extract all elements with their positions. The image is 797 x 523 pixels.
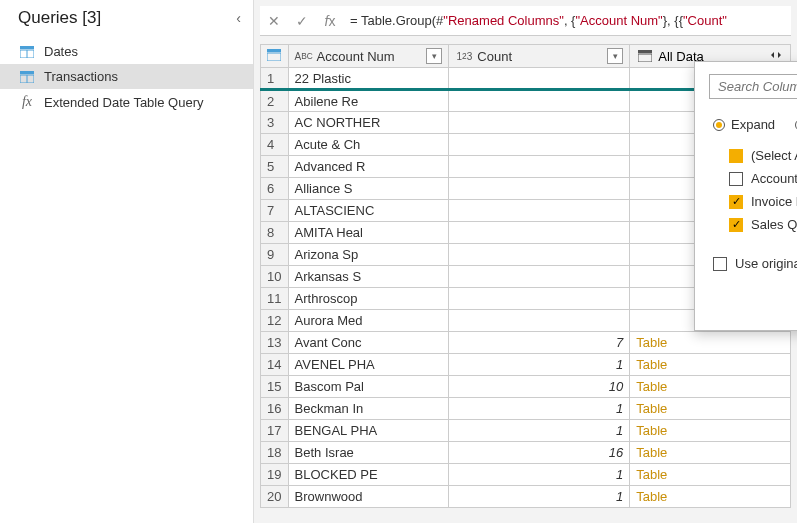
query-item-transactions[interactable]: Transactions bbox=[0, 64, 253, 89]
cell-count[interactable] bbox=[449, 310, 630, 332]
cell-account[interactable]: Arkansas S bbox=[288, 266, 449, 288]
formula-text[interactable]: = Table.Group(#"Renamed Columns", {"Acco… bbox=[344, 13, 727, 28]
cell-account[interactable]: AC NORTHER bbox=[288, 112, 449, 134]
table-row[interactable]: 13Avant Conc7Table bbox=[261, 332, 791, 354]
row-number[interactable]: 5 bbox=[261, 156, 289, 178]
row-number[interactable]: 20 bbox=[261, 486, 289, 508]
cell-count[interactable]: 7 bbox=[449, 332, 630, 354]
row-number[interactable]: 1 bbox=[261, 68, 289, 90]
cell-count[interactable] bbox=[449, 178, 630, 200]
filter-dropdown-icon[interactable]: ▾ bbox=[426, 48, 442, 64]
check-use-prefix[interactable]: Use original column name as prefix bbox=[709, 256, 797, 271]
cell-account[interactable]: Alliance S bbox=[288, 178, 449, 200]
cell-count[interactable] bbox=[449, 90, 630, 112]
row-number[interactable]: 14 bbox=[261, 354, 289, 376]
row-number[interactable]: 6 bbox=[261, 178, 289, 200]
row-number[interactable]: 12 bbox=[261, 310, 289, 332]
filter-dropdown-icon[interactable]: ▾ bbox=[607, 48, 623, 64]
cell-account[interactable]: 22 Plastic bbox=[288, 68, 449, 90]
cell-account[interactable]: ALTASCIENC bbox=[288, 200, 449, 222]
cell-count[interactable] bbox=[449, 288, 630, 310]
column-header-count[interactable]: 123Count▾ bbox=[449, 45, 630, 68]
cell-count[interactable]: 1 bbox=[449, 420, 630, 442]
row-number[interactable]: 2 bbox=[261, 90, 289, 112]
row-number[interactable]: 13 bbox=[261, 332, 289, 354]
cell-account[interactable]: Arizona Sp bbox=[288, 244, 449, 266]
cell-count[interactable] bbox=[449, 222, 630, 244]
row-corner[interactable] bbox=[261, 45, 289, 68]
expand-popup: A↓ Expand Aggregate (Select All Columns) bbox=[694, 61, 797, 331]
checkbox-unchecked-icon bbox=[729, 172, 743, 186]
cell-count[interactable] bbox=[449, 112, 630, 134]
cell-account[interactable]: Advanced R bbox=[288, 156, 449, 178]
fx-icon[interactable]: fx bbox=[316, 13, 344, 29]
row-number[interactable]: 4 bbox=[261, 134, 289, 156]
row-number[interactable]: 17 bbox=[261, 420, 289, 442]
cell-count[interactable] bbox=[449, 156, 630, 178]
table-row[interactable]: 15Bascom Pal10Table bbox=[261, 376, 791, 398]
cell-alldata[interactable]: Table bbox=[630, 486, 791, 508]
cell-count[interactable]: 1 bbox=[449, 486, 630, 508]
cell-account[interactable]: AVENEL PHA bbox=[288, 354, 449, 376]
row-number[interactable]: 8 bbox=[261, 222, 289, 244]
check-select-all[interactable]: (Select All Columns) bbox=[729, 144, 797, 167]
row-number[interactable]: 19 bbox=[261, 464, 289, 486]
column-header-account[interactable]: ABCAccount Num▾ bbox=[288, 45, 449, 68]
row-number[interactable]: 7 bbox=[261, 200, 289, 222]
cell-count[interactable] bbox=[449, 200, 630, 222]
cell-account[interactable]: BLOCKED PE bbox=[288, 464, 449, 486]
cell-alldata[interactable]: Table bbox=[630, 332, 791, 354]
search-input[interactable] bbox=[709, 74, 797, 99]
table-row[interactable]: 17BENGAL PHA1Table bbox=[261, 420, 791, 442]
row-number[interactable]: 3 bbox=[261, 112, 289, 134]
row-number[interactable]: 10 bbox=[261, 266, 289, 288]
cell-count[interactable]: 1 bbox=[449, 464, 630, 486]
accept-formula-icon[interactable]: ✓ bbox=[288, 13, 316, 29]
queries-sidebar: Queries [3] ‹ Dates Transactions fx Exte… bbox=[0, 0, 254, 523]
cell-account[interactable]: Brownwood bbox=[288, 486, 449, 508]
query-item-dates[interactable]: Dates bbox=[0, 39, 253, 64]
cell-account[interactable]: BENGAL PHA bbox=[288, 420, 449, 442]
cell-count[interactable] bbox=[449, 134, 630, 156]
cell-account[interactable]: AMITA Heal bbox=[288, 222, 449, 244]
cell-alldata[interactable]: Table bbox=[630, 354, 791, 376]
cell-count[interactable] bbox=[449, 244, 630, 266]
cell-account[interactable]: Avant Conc bbox=[288, 332, 449, 354]
row-number[interactable]: 11 bbox=[261, 288, 289, 310]
cell-count[interactable]: 1 bbox=[449, 398, 630, 420]
collapse-chevron-icon[interactable]: ‹ bbox=[236, 10, 241, 26]
cell-count[interactable]: 16 bbox=[449, 442, 630, 464]
cell-count[interactable]: 10 bbox=[449, 376, 630, 398]
cell-count[interactable] bbox=[449, 68, 630, 90]
cell-account[interactable]: Aurora Med bbox=[288, 310, 449, 332]
cancel-formula-icon[interactable]: ✕ bbox=[260, 13, 288, 29]
cell-account[interactable]: Beckman In bbox=[288, 398, 449, 420]
table-row[interactable]: 14AVENEL PHA1Table bbox=[261, 354, 791, 376]
check-account-num[interactable]: Account Num bbox=[729, 167, 797, 190]
cell-alldata[interactable]: Table bbox=[630, 442, 791, 464]
row-number[interactable]: 9 bbox=[261, 244, 289, 266]
radio-expand[interactable]: Expand bbox=[713, 117, 775, 132]
row-number[interactable]: 15 bbox=[261, 376, 289, 398]
check-invoice-date[interactable]: ✓ Invoice Date bbox=[729, 190, 797, 213]
check-sales-quantity[interactable]: ✓ Sales Quantity bbox=[729, 213, 797, 236]
cell-alldata[interactable]: Table bbox=[630, 420, 791, 442]
table-row[interactable]: 19BLOCKED PE1Table bbox=[261, 464, 791, 486]
query-item-extended[interactable]: fx Extended Date Table Query bbox=[0, 89, 253, 115]
cell-count[interactable] bbox=[449, 266, 630, 288]
row-number[interactable]: 18 bbox=[261, 442, 289, 464]
table-row[interactable]: 20Brownwood1Table bbox=[261, 486, 791, 508]
cell-account[interactable]: Arthroscop bbox=[288, 288, 449, 310]
row-number[interactable]: 16 bbox=[261, 398, 289, 420]
cell-account[interactable]: Bascom Pal bbox=[288, 376, 449, 398]
cell-account[interactable]: Abilene Re bbox=[288, 90, 449, 112]
table-icon bbox=[20, 71, 34, 83]
cell-account[interactable]: Acute & Ch bbox=[288, 134, 449, 156]
table-row[interactable]: 16Beckman In1Table bbox=[261, 398, 791, 420]
cell-alldata[interactable]: Table bbox=[630, 464, 791, 486]
cell-alldata[interactable]: Table bbox=[630, 376, 791, 398]
table-row[interactable]: 18Beth Israe16Table bbox=[261, 442, 791, 464]
cell-account[interactable]: Beth Israe bbox=[288, 442, 449, 464]
cell-count[interactable]: 1 bbox=[449, 354, 630, 376]
cell-alldata[interactable]: Table bbox=[630, 398, 791, 420]
